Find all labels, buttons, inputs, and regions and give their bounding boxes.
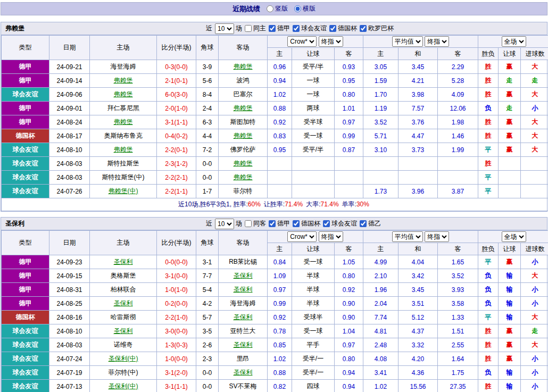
away-team[interactable]: 菲尔特	[219, 185, 268, 198]
home-team[interactable]: 圣保利(中)	[90, 380, 157, 392]
summary-stat-value: 30%	[356, 201, 369, 208]
euro-away-odds: 2.55	[438, 338, 478, 352]
away-team[interactable]: 海登海姆	[219, 297, 268, 311]
result-mark: 平	[478, 143, 499, 157]
home-team[interactable]: 海登海姆	[90, 60, 157, 74]
corner-score: 0-0	[196, 366, 219, 380]
euro-time-select[interactable]: 终指	[425, 231, 449, 242]
match-row: 德国杯24-08-16哈雷斯彻2-2(1-0)5-7圣保利0.92受球半0.90…	[2, 311, 548, 324]
corner-score: 1-7	[196, 185, 219, 198]
col-header-corner: 角球	[196, 231, 219, 255]
away-team[interactable]: RB莱比锡	[219, 255, 268, 269]
match-count-select[interactable]: 10	[215, 219, 234, 229]
away-team[interactable]: 巴塞尔	[219, 88, 268, 102]
home-team[interactable]: 圣保利	[90, 324, 157, 338]
league-checkbox[interactable]	[293, 25, 300, 32]
away-team[interactable]: 圣保利	[219, 311, 268, 324]
league-checkbox[interactable]	[360, 220, 367, 227]
away-team[interactable]: 波鸿	[219, 74, 268, 88]
home-team[interactable]: 圣保利(中)	[90, 352, 157, 366]
euro-time-select[interactable]: 终指	[425, 36, 449, 47]
home-team[interactable]: 弗赖堡	[90, 115, 157, 129]
away-team[interactable]: 佛罗伦萨	[219, 143, 268, 157]
league-checkbox[interactable]	[329, 25, 336, 32]
vertical-layout-radio[interactable]	[267, 5, 273, 12]
home-team[interactable]: 奥格斯堡	[90, 269, 157, 283]
euro-draw-odds: 7.57	[398, 102, 438, 115]
away-team[interactable]: 斯图加特	[219, 115, 268, 129]
euro-draw-odds: 4.36	[398, 366, 438, 380]
home-team[interactable]: 斯特拉斯堡	[90, 157, 157, 171]
corner-score: 5-7	[196, 311, 219, 324]
result-mark: 平	[478, 185, 499, 198]
home-team[interactable]: 奥斯纳布鲁克	[90, 129, 157, 143]
away-team[interactable]: 弗赖堡	[219, 129, 268, 143]
away-team[interactable]: 圣保利	[219, 366, 268, 380]
layout-horizontal-option[interactable]: 横版	[294, 4, 315, 13]
asian-company-select[interactable]: Crow*	[287, 36, 317, 47]
corner-score: 4-4	[196, 129, 219, 143]
away-team[interactable]: SV不莱梅	[219, 380, 268, 392]
asian-time-select[interactable]: 终指	[319, 36, 343, 47]
euro-away-odds: 1.46	[438, 129, 478, 143]
away-team[interactable]: 圣保利	[219, 338, 268, 352]
euro-away-odds: 1.98	[438, 115, 478, 129]
league-checkbox[interactable]	[269, 25, 276, 32]
col-header-goals-result: 进球数	[521, 48, 548, 60]
away-team[interactable]: 圣保利	[219, 269, 268, 283]
home-team[interactable]: 弗赖堡(中)	[90, 185, 157, 198]
league-checkbox[interactable]	[323, 220, 330, 227]
match-date: 24-08-03	[49, 171, 90, 185]
euro-home-odds: 1.73	[363, 185, 398, 198]
euro-away-odds: 5.28	[438, 74, 478, 88]
match-date: 24-08-25	[49, 297, 90, 311]
corner-score: 3-1	[196, 255, 219, 269]
home-team[interactable]: 柏林联合	[90, 283, 157, 297]
league-checkbox[interactable]	[360, 25, 367, 32]
home-team[interactable]: 弗赖堡	[90, 88, 157, 102]
same-venue-checkbox[interactable]	[245, 220, 252, 227]
score: 0-2(0-0)	[157, 297, 196, 311]
away-team[interactable]: 弗赖堡	[219, 102, 268, 115]
euro-draw-odds: 3.45	[398, 283, 438, 297]
euro-away-odds: 1.33	[438, 311, 478, 324]
away-team[interactable]: 弗赖堡	[219, 171, 268, 185]
away-team[interactable]: 里昂	[219, 352, 268, 366]
home-team[interactable]: 圣保利	[90, 255, 157, 269]
home-team[interactable]: 斯特拉斯堡(中)	[90, 171, 157, 185]
euro-company-select[interactable]: 平均值	[392, 36, 423, 47]
match-type-badge: 球会友谊	[2, 324, 49, 338]
handicap-line: 一球	[292, 74, 335, 88]
league-checkbox[interactable]	[269, 220, 276, 227]
asian-away-odds: 0.92	[335, 283, 363, 297]
result-mark: 胜	[478, 380, 499, 392]
match-type-badge: 球会友谊	[2, 171, 49, 185]
euro-draw-odds: 3.45	[398, 60, 438, 74]
away-team[interactable]: 亚特兰大	[219, 324, 268, 338]
home-team[interactable]: 弗赖堡	[90, 143, 157, 157]
euro-company-select[interactable]: 平均值	[392, 231, 423, 242]
scope-select[interactable]: 全场	[502, 36, 526, 47]
away-team[interactable]: 弗赖堡	[219, 60, 268, 74]
home-team[interactable]: 菲尔特(中)	[90, 366, 157, 380]
asian-company-select[interactable]: Crow*	[287, 231, 317, 242]
layout-vertical-option[interactable]: 竖版	[267, 4, 288, 13]
away-team[interactable]: 圣保利	[219, 283, 268, 297]
asian-time-select[interactable]: 终指	[319, 231, 343, 242]
same-venue-checkbox[interactable]	[245, 25, 252, 32]
scope-select[interactable]: 全场	[502, 231, 526, 242]
result-mark: 负	[478, 283, 499, 297]
away-team[interactable]: 弗赖堡	[219, 157, 268, 171]
col-header-away: 客场	[219, 36, 268, 60]
match-date: 24-07-24	[49, 352, 90, 366]
home-team[interactable]: 诺维奇	[90, 338, 157, 352]
match-count-select[interactable]: 10	[215, 23, 234, 34]
league-checkbox[interactable]	[293, 220, 300, 227]
home-team[interactable]: 圣保利	[90, 297, 157, 311]
home-team[interactable]: 哈雷斯彻	[90, 311, 157, 324]
home-team[interactable]: 拜仁慕尼黑	[90, 102, 157, 115]
handicap-result-mark	[499, 185, 521, 198]
home-team[interactable]: 弗赖堡	[90, 74, 157, 88]
horizontal-layout-radio[interactable]	[294, 5, 301, 12]
summary-text: 近10场,胜6平3负1, 胜率:60%让胜率:71.4%大率:71.4%单率:3…	[2, 198, 548, 211]
